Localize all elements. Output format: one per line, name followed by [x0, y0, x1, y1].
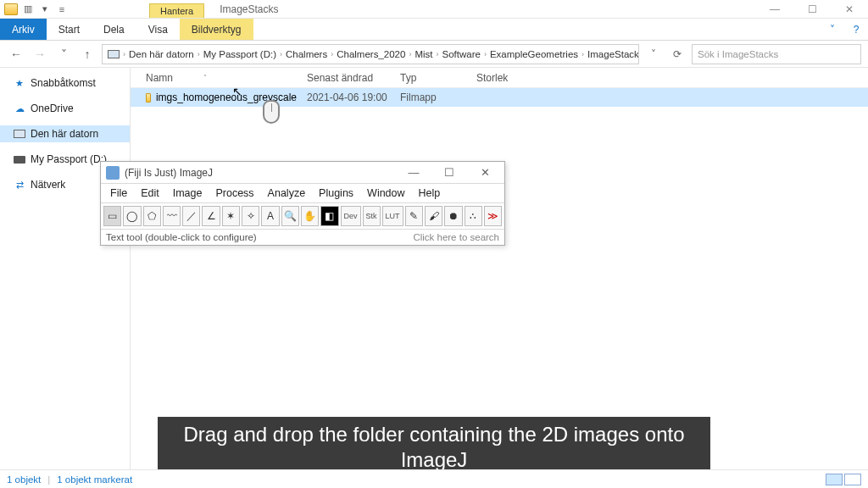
sidebar-item-thispc[interactable]: Den här datorn — [0, 125, 130, 142]
sidebar-item-onedrive[interactable]: ☁OneDrive — [0, 100, 130, 117]
search-placeholder: Sök i ImageStacks — [698, 49, 778, 59]
col-size[interactable]: Storlek — [471, 72, 539, 84]
col-name[interactable]: Namn — [146, 72, 173, 84]
imagej-toolbar: ▭ ◯ ⬠ 〰 ／ ∠ ✶ ✧ A 🔍 ✋ ◧ Dev Stk LUT ✎ 🖌 … — [101, 202, 504, 230]
imagej-menu-image[interactable]: Image — [167, 186, 209, 201]
freehand-tool-icon[interactable]: 〰 — [163, 206, 181, 226]
col-modified[interactable]: Senast ändrad — [302, 72, 395, 84]
brush-tool-icon[interactable]: 🖌 — [425, 206, 442, 226]
table-row[interactable]: imgs_homogeneous_greyscale 2021-04-06 19… — [131, 88, 868, 107]
ribbon-collapse-icon[interactable]: ˅ — [821, 19, 844, 40]
refresh-button[interactable]: ⟳ — [668, 45, 687, 64]
imagej-menu-window[interactable]: Window — [361, 186, 410, 201]
color-tool-icon[interactable]: ◧ — [320, 206, 338, 226]
column-headers[interactable]: Namn˄ Senast ändrad Typ Storlek — [131, 68, 868, 88]
nav-up-button[interactable]: ↑ — [78, 45, 97, 64]
breadcrumb-root-icon[interactable] — [106, 50, 121, 58]
file-list-pane: Namn˄ Senast ändrad Typ Storlek imgs_hom… — [131, 68, 868, 469]
ribbon-tab-visa[interactable]: Visa — [136, 19, 180, 40]
sidebar-item-label: OneDrive — [31, 103, 74, 114]
imagej-menu-analyze[interactable]: Analyze — [262, 186, 311, 201]
nav-forward-button[interactable]: → — [31, 45, 49, 64]
imagej-menubar: File Edit Image Process Analyze Plugins … — [101, 184, 504, 202]
folder-icon — [3, 2, 19, 17]
imagej-menu-help[interactable]: Help — [413, 186, 447, 201]
maximize-button[interactable]: ☐ — [793, 0, 831, 19]
imagej-window[interactable]: (Fiji Is Just) ImageJ — ☐ ✕ File Edit Im… — [100, 161, 505, 246]
help-icon[interactable]: ? — [844, 19, 868, 40]
view-mode-switcher — [826, 474, 861, 485]
imagej-search-hint[interactable]: Click here to search — [413, 232, 499, 242]
file-name: imgs_homogeneous_greyscale — [156, 92, 297, 103]
lut-tool-button[interactable]: LUT — [382, 206, 403, 226]
thumbnails-view-icon[interactable] — [844, 474, 861, 485]
quick-access-toolbar: ▥ ▾ ≡ — [0, 2, 73, 17]
ribbon-tab-bildverktyg[interactable]: Bildverktyg — [180, 19, 253, 40]
polygon-tool-icon[interactable]: ⬠ — [143, 206, 161, 226]
nav-back-button[interactable]: ← — [7, 45, 25, 64]
imagej-minimize-button[interactable]: — — [399, 166, 428, 179]
status-selected-count: 1 objekt markerat — [57, 474, 132, 485]
address-bar: ← → ˅ ↑ › Den här datorn› My Passport (D… — [0, 41, 868, 68]
wand-tool-icon[interactable]: ✧ — [242, 206, 259, 226]
breadcrumb-item[interactable]: Mist — [413, 49, 434, 59]
sidebar-item-label: Nätverk — [31, 179, 65, 191]
explorer-statusbar: 1 objekt | 1 objekt markerat — [0, 469, 868, 488]
col-type[interactable]: Typ — [395, 72, 471, 84]
qat-dropdown-icon[interactable]: ▾ — [37, 2, 53, 17]
imagej-titlebar[interactable]: (Fiji Is Just) ImageJ — ☐ ✕ — [101, 162, 504, 184]
drive-icon — [14, 153, 25, 165]
search-input[interactable]: Sök i ImageStacks — [692, 44, 861, 64]
navigation-pane: ★Snabbåtkomst ☁OneDrive Den här datorn M… — [0, 68, 131, 469]
imagej-menu-process[interactable]: Process — [209, 186, 259, 201]
qat-overflow[interactable]: ≡ — [54, 2, 70, 17]
ribbon-tabs: Arkiv Start Dela Visa Bildverktyg ˅ ? — [0, 19, 868, 41]
status-item-count: 1 objekt — [7, 474, 41, 485]
dropper-tool-icon[interactable]: ⏺ — [444, 206, 462, 226]
minimize-button[interactable]: — — [756, 0, 793, 19]
breadcrumb-item[interactable]: My Passport (D:) — [202, 49, 278, 59]
ribbon-tab-start[interactable]: Start — [47, 19, 92, 40]
imagej-menu-edit[interactable]: Edit — [135, 186, 165, 201]
breadcrumb-item[interactable]: ExampleGeometries — [488, 49, 580, 59]
breadcrumb-item[interactable]: ImageStacks — [586, 49, 639, 59]
breadcrumb[interactable]: › Den här datorn› My Passport (D:)› Chal… — [102, 44, 639, 64]
window-title: ImageStacks — [220, 3, 278, 15]
close-button[interactable]: ✕ — [831, 0, 868, 19]
imagej-close-button[interactable]: ✕ — [470, 166, 499, 179]
sidebar-item-label: Snabbåtkomst — [31, 77, 96, 89]
cloud-icon: ☁ — [14, 103, 25, 114]
ribbon-tab-dela[interactable]: Dela — [92, 19, 136, 40]
imagej-menu-file[interactable]: File — [104, 186, 133, 201]
text-tool-icon[interactable]: A — [261, 206, 279, 226]
network-icon: ⇄ — [14, 179, 25, 191]
more-tools-icon[interactable]: ≫ — [484, 206, 502, 226]
context-tab-hantera[interactable]: Hantera — [149, 3, 204, 18]
dev-tool-button[interactable]: Dev — [341, 206, 361, 226]
imagej-maximize-button[interactable]: ☐ — [435, 166, 464, 179]
details-view-icon[interactable] — [826, 474, 843, 485]
breadcrumb-item[interactable]: Chalmers — [284, 49, 329, 59]
hand-tool-icon[interactable]: ✋ — [301, 206, 319, 226]
sidebar-item-quickaccess[interactable]: ★Snabbåtkomst — [0, 75, 130, 92]
breadcrumb-item[interactable]: Chalmers_2020 — [335, 49, 407, 59]
magnify-tool-icon[interactable]: 🔍 — [281, 206, 299, 226]
oval-tool-icon[interactable]: ◯ — [123, 206, 141, 226]
address-dropdown-icon[interactable]: ˅ — [644, 45, 663, 64]
stk-tool-button[interactable]: Stk — [363, 206, 381, 226]
imagej-menu-plugins[interactable]: Plugins — [313, 186, 359, 201]
imagej-statusbar: Text tool (double-click to configure) Cl… — [101, 230, 504, 245]
breadcrumb-item[interactable]: Den här datorn — [127, 49, 196, 59]
line-tool-icon[interactable]: ／ — [182, 206, 200, 226]
pencil-tool-icon[interactable]: ✎ — [405, 206, 423, 226]
nav-recent-dropdown[interactable]: ˅ — [54, 45, 73, 64]
rect-tool-icon[interactable]: ▭ — [103, 206, 121, 226]
imagej-app-icon — [106, 166, 120, 180]
qat-item[interactable]: ▥ — [20, 2, 36, 17]
breadcrumb-item[interactable]: Software — [440, 49, 481, 59]
point-tool-icon[interactable]: ✶ — [222, 206, 240, 226]
ribbon-tab-arkiv[interactable]: Arkiv — [0, 19, 47, 40]
file-modified: 2021-04-06 19:00 — [302, 92, 395, 103]
spray-tool-icon[interactable]: ∴ — [465, 206, 482, 226]
angle-tool-icon[interactable]: ∠ — [202, 206, 220, 226]
